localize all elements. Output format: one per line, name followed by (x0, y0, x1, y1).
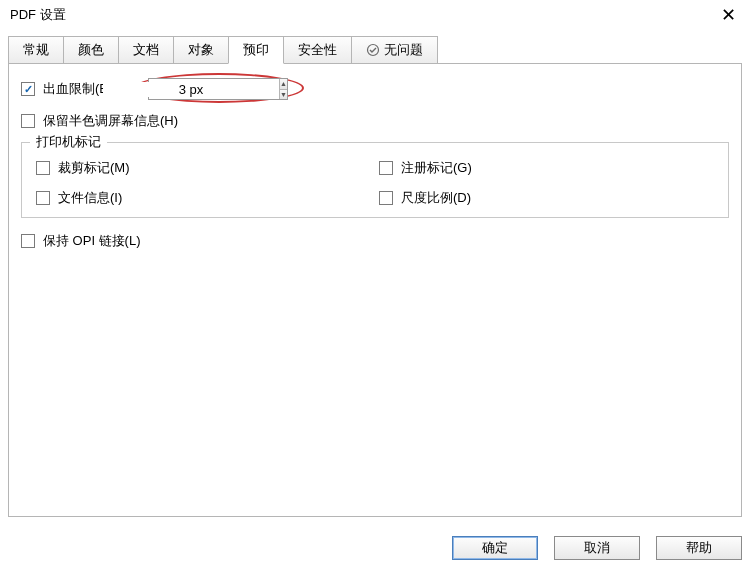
tab-general[interactable]: 常规 (8, 36, 64, 64)
checkmark-icon (366, 43, 380, 57)
bleed-checkbox[interactable] (21, 82, 35, 96)
ok-button-label: 确定 (482, 539, 508, 557)
halftone-checkbox[interactable] (21, 114, 35, 128)
tab-prepress-label: 预印 (243, 41, 269, 59)
crop-marks-item: 裁剪标记(M) (36, 159, 371, 177)
bleed-spinner: ▲ ▼ (148, 78, 288, 100)
file-info-checkbox[interactable] (36, 191, 50, 205)
tab-no-issues-label: 无问题 (384, 41, 423, 59)
halftone-row: 保留半色调屏幕信息(H) (21, 112, 729, 130)
scale-ratio-item: 尺度比例(D) (379, 189, 714, 207)
crop-marks-label: 裁剪标记(M) (58, 159, 130, 177)
tab-document-label: 文档 (133, 41, 159, 59)
opi-checkbox[interactable] (21, 234, 35, 248)
close-icon[interactable]: ✕ (717, 6, 740, 24)
scale-ratio-checkbox[interactable] (379, 191, 393, 205)
tab-strip: 常规 颜色 文档 对象 预印 安全性 无问题 (8, 36, 742, 64)
help-button[interactable]: 帮助 (656, 536, 742, 560)
tab-objects[interactable]: 对象 (173, 36, 229, 64)
registration-marks-checkbox[interactable] (379, 161, 393, 175)
crop-marks-checkbox[interactable] (36, 161, 50, 175)
tab-panel-prepress: 出血限制(B): ▲ ▼ 保留半色调屏幕信息(H) 打印机标记 裁剪标记(M) (8, 63, 742, 517)
bleed-row: 出血限制(B): ▲ ▼ (21, 78, 729, 100)
bleed-spin-up[interactable]: ▲ (280, 79, 287, 90)
tab-prepress[interactable]: 预印 (228, 36, 284, 64)
opi-row: 保持 OPI 链接(L) (21, 232, 729, 250)
bleed-input[interactable] (103, 82, 279, 97)
printer-marks-grid: 裁剪标记(M) 注册标记(G) 文件信息(I) 尺度比例(D) (36, 159, 714, 207)
halftone-label: 保留半色调屏幕信息(H) (43, 112, 178, 130)
registration-marks-label: 注册标记(G) (401, 159, 472, 177)
bleed-spin-buttons: ▲ ▼ (279, 79, 287, 99)
tab-document[interactable]: 文档 (118, 36, 174, 64)
bleed-spinner-wrap: ▲ ▼ (148, 78, 288, 100)
bleed-spin-down[interactable]: ▼ (280, 90, 287, 100)
tab-no-issues[interactable]: 无问题 (351, 36, 438, 64)
file-info-item: 文件信息(I) (36, 189, 371, 207)
tab-color-label: 颜色 (78, 41, 104, 59)
tab-general-label: 常规 (23, 41, 49, 59)
opi-label: 保持 OPI 链接(L) (43, 232, 141, 250)
tab-color[interactable]: 颜色 (63, 36, 119, 64)
printer-marks-legend: 打印机标记 (30, 133, 107, 151)
tab-security[interactable]: 安全性 (283, 36, 352, 64)
title-bar: PDF 设置 ✕ (0, 0, 750, 32)
tab-security-label: 安全性 (298, 41, 337, 59)
svg-point-0 (368, 45, 379, 56)
printer-marks-group: 打印机标记 裁剪标记(M) 注册标记(G) 文件信息(I) 尺度比例(D) (21, 142, 729, 218)
registration-marks-item: 注册标记(G) (379, 159, 714, 177)
scale-ratio-label: 尺度比例(D) (401, 189, 471, 207)
ok-button[interactable]: 确定 (452, 536, 538, 560)
tab-objects-label: 对象 (188, 41, 214, 59)
cancel-button[interactable]: 取消 (554, 536, 640, 560)
help-button-label: 帮助 (686, 539, 712, 557)
dialog-buttons: 确定 取消 帮助 (452, 536, 742, 560)
dialog-title: PDF 设置 (10, 6, 66, 24)
file-info-label: 文件信息(I) (58, 189, 122, 207)
cancel-button-label: 取消 (584, 539, 610, 557)
